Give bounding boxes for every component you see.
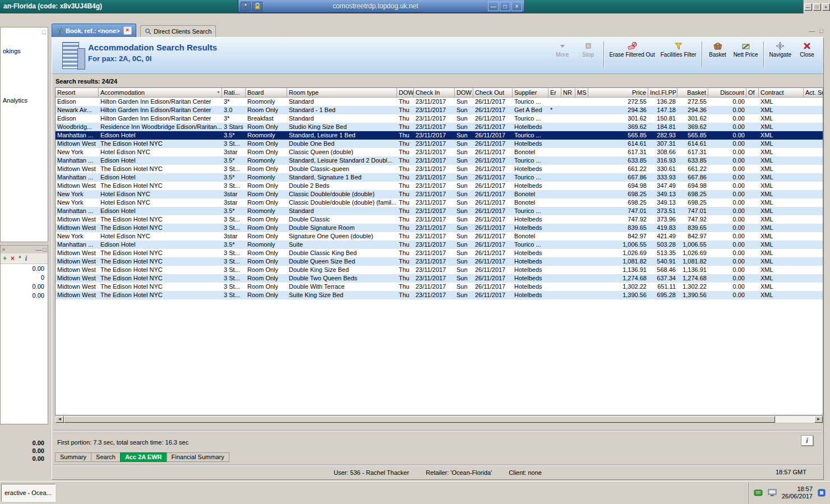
dock-minimize-icon[interactable]: —	[809, 27, 815, 34]
navigate-button[interactable]: Navigate	[767, 40, 794, 59]
table-row[interactable]: New YorkHotel Edison NYC3starRoom OnlyCl…	[56, 148, 823, 156]
table-cell: Sun	[455, 207, 473, 215]
window-minimize-button[interactable]: —	[804, 3, 812, 11]
scroll-left-arrow[interactable]: ◄	[56, 416, 64, 423]
info-button[interactable]: i	[801, 435, 813, 446]
window-close-button[interactable]: ×	[822, 3, 830, 11]
column-header-resort[interactable]: Resort	[56, 88, 99, 98]
tab-summary[interactable]: Summary	[55, 452, 91, 462]
sidebar-item-bookings[interactable]: okings	[3, 48, 21, 54]
new-item-icon[interactable]: *	[19, 255, 21, 262]
delete-icon[interactable]: ×	[11, 255, 15, 262]
sidebar-item-analytics[interactable]: Analytics	[3, 97, 27, 104]
mini-panel-restore-icon[interactable]: □	[43, 247, 47, 253]
table-cell: 0.00	[708, 114, 746, 123]
table-row[interactable]: Manhattan ...Edison Hotel3.5*RoomonlySui…	[56, 241, 823, 249]
scrollbar-thumb[interactable]	[64, 416, 775, 423]
column-header-of[interactable]: Of	[746, 88, 759, 98]
mini-panel-close-icon[interactable]: ×	[2, 247, 5, 253]
horizontal-scrollbar[interactable]: ◄ ►	[55, 415, 823, 423]
table-row[interactable]: EdisonHilton Garden Inn Edison/Raritan C…	[56, 98, 823, 106]
table-cell: Double 2 Beds	[287, 182, 397, 190]
table-row[interactable]: Midtown WestThe Edison Hotel NYC3 St...R…	[56, 274, 823, 283]
facilities-filter-button[interactable]: Facilities Filter	[658, 40, 699, 59]
table-row[interactable]: Newark Air...Hilton Garden Inn Edison/Ra…	[56, 106, 823, 114]
table-row[interactable]: Manhattan ...Edison Hotel3.5*RoomonlySta…	[56, 156, 823, 165]
column-header-discount[interactable]: Discount	[708, 88, 746, 98]
column-label: Check In	[416, 89, 440, 96]
table-row[interactable]: Manhattan ...Edison Hotel3.5*RoomonlySta…	[56, 173, 823, 182]
tab-search[interactable]: Search	[91, 452, 121, 462]
column-header-price[interactable]: Price	[588, 88, 648, 98]
tray-keyboard-icon[interactable]	[754, 489, 763, 497]
column-header-er[interactable]: Er	[548, 88, 561, 98]
mini-panel-minimize-icon[interactable]: —	[35, 247, 42, 253]
table-row[interactable]: New YorkHotel Edison NYC3starRoom OnlyCl…	[56, 190, 823, 198]
table-cell: 694.98	[588, 182, 648, 190]
column-header-check-out[interactable]: Check Out	[473, 88, 513, 98]
column-header-dow[interactable]: DOW	[397, 88, 414, 98]
table-cell	[746, 156, 759, 165]
table-row[interactable]: Manhattan ...Edison Hotel3.5*RoomonlySta…	[56, 131, 823, 140]
column-header-contract[interactable]: Contract	[759, 88, 804, 98]
rdp-restore-button[interactable]: □	[500, 2, 510, 11]
table-row[interactable]: Woodbridg...Residence Inn Woodbridge Edi…	[56, 123, 823, 131]
table-row[interactable]: Manhattan ...Edison Hotel3.5*RoomonlySta…	[56, 207, 823, 215]
column-header-check-in[interactable]: Check In	[414, 88, 455, 98]
tray-app-icon[interactable]	[818, 489, 826, 497]
rdp-minimize-button[interactable]: —	[488, 2, 499, 11]
column-header-incl-fl-pp[interactable]: Incl.Fl.PP	[648, 88, 677, 98]
table-cell	[561, 156, 575, 165]
table-row[interactable]: Midtown WestThe Edison Hotel NYC3 St...R…	[56, 257, 823, 266]
table-cell: 150.81	[648, 114, 677, 123]
table-row[interactable]: New YorkHotel Edison NYC3starRoom OnlyCl…	[56, 198, 823, 207]
tab-acc-2a-ewr[interactable]: Acc 2A EWR	[120, 452, 167, 462]
tab-booking-ref[interactable]: Book. ref.: <none> ×	[52, 24, 136, 37]
accommodation-filter-icon[interactable]: ▼	[216, 90, 220, 94]
table-row[interactable]: New YorkHotel Edison NYC3starRoom OnlySi…	[56, 232, 823, 241]
dock-restore-icon[interactable]: □	[819, 27, 823, 34]
panel-restore-icon[interactable]: □	[42, 29, 46, 35]
table-row[interactable]: Midtown WestThe Edison Hotel NYC3 St...R…	[56, 215, 823, 224]
table-row[interactable]: Midtown WestThe Edison Hotel NYC3 St...R…	[56, 140, 823, 148]
info-icon[interactable]: i	[25, 255, 27, 262]
table-row[interactable]: Midtown WestThe Edison Hotel NYC3 St...R…	[56, 249, 823, 257]
tab-close-icon[interactable]: ×	[123, 26, 132, 35]
tray-clock[interactable]: 18:57 26/06/2017	[782, 485, 813, 500]
scroll-right-arrow[interactable]: ►	[814, 416, 823, 423]
nett-price-button[interactable]: Nett Price	[731, 40, 761, 59]
column-header-basket[interactable]: Basket	[677, 88, 708, 98]
column-header-accommodation[interactable]: Accommodation▼	[99, 88, 222, 98]
basket-button[interactable]: Basket	[705, 40, 731, 59]
table-row[interactable]: Midtown WestThe Edison Hotel NYC3 St...R…	[56, 266, 823, 274]
table-row[interactable]: Midtown WestThe Edison Hotel NYC3 St...R…	[56, 165, 823, 173]
table-row[interactable]: Midtown WestThe Edison Hotel NYC3 St...R…	[56, 291, 823, 299]
table-row[interactable]: EdisonHilton Garden Inn Edison/Raritan C…	[56, 114, 823, 123]
tab-direct-clients-search[interactable]: Direct Clients Search	[140, 25, 216, 37]
tray-display-icon[interactable]	[768, 489, 777, 497]
table-cell: Roomonly	[246, 207, 287, 215]
column-header-ms[interactable]: MS	[575, 88, 588, 98]
table-cell: 1,274.68	[588, 274, 648, 283]
table-row[interactable]: Midtown WestThe Edison Hotel NYC3 St...R…	[56, 224, 823, 232]
column-header-room-type[interactable]: Room type	[287, 88, 397, 98]
column-header-act-supplier[interactable]: Act. Supplier	[804, 88, 823, 98]
tab-financial-summary[interactable]: Financial Summary	[167, 452, 229, 462]
table-cell: 3 Stars	[222, 123, 246, 131]
table-row[interactable]: Midtown WestThe Edison Hotel NYC3 St...R…	[56, 182, 823, 190]
erase-filtered-out-button[interactable]: Erase Filtered Out	[607, 40, 658, 59]
column-header-dow[interactable]: DOW	[455, 88, 473, 98]
sync-icon[interactable]: +	[3, 255, 7, 262]
column-header-supplier[interactable]: Supplier	[513, 88, 548, 98]
column-header-board[interactable]: Board	[246, 88, 287, 98]
more-button[interactable]: More	[550, 40, 575, 59]
rdp-close-button[interactable]: ×	[511, 2, 522, 11]
column-header-rati[interactable]: Rati...	[222, 88, 246, 98]
pin-icon[interactable]	[241, 2, 251, 11]
column-header-nr[interactable]: NR	[561, 88, 575, 98]
taskbar-window-button[interactable]: eractive - Ocea...	[1, 484, 56, 502]
close-button[interactable]: Close	[794, 40, 820, 59]
window-restore-button[interactable]: □	[813, 3, 821, 11]
table-row[interactable]: Midtown WestThe Edison Hotel NYC3 St...R…	[56, 283, 823, 291]
stop-button[interactable]: Stop	[575, 40, 601, 59]
